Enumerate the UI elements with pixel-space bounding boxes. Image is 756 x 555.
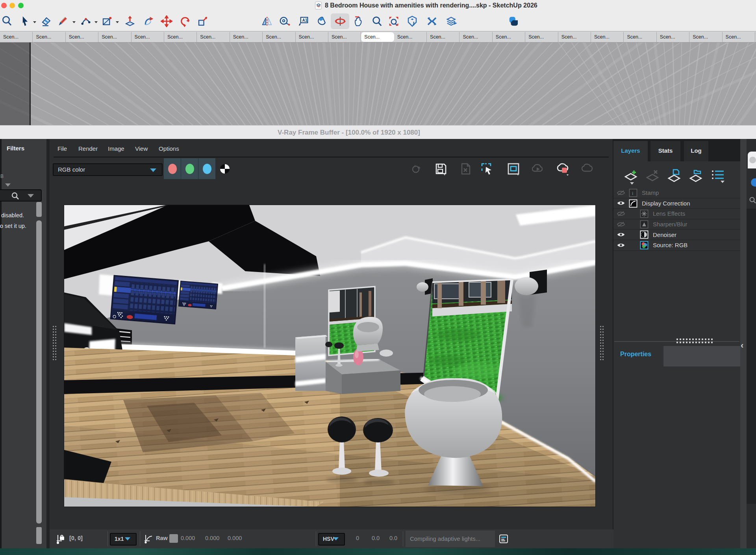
select-tool[interactable] — [19, 15, 32, 28]
arc-caret-icon[interactable] — [94, 21, 98, 23]
position-camera-tool[interactable] — [406, 15, 419, 28]
arc-tool[interactable] — [80, 15, 92, 28]
asset-editor-button[interactable] — [749, 157, 756, 163]
menu-view[interactable]: View — [135, 145, 148, 152]
pin-lock-icon[interactable] — [56, 534, 65, 544]
menu-file[interactable]: File — [57, 145, 67, 152]
sketchup-viewport[interactable] — [0, 43, 756, 125]
scene-tab[interactable]: Scen... — [657, 32, 689, 42]
save-image-button[interactable] — [433, 160, 449, 178]
visibility-icon[interactable] — [617, 242, 625, 248]
lightmix-icon[interactable] — [409, 160, 424, 178]
asset-editor-icon[interactable] — [751, 178, 756, 187]
filters-scroll-thumb[interactable] — [36, 202, 42, 217]
scene-tab[interactable]: Scen... — [689, 32, 722, 42]
filters-search-input[interactable] — [0, 189, 42, 202]
visibility-icon[interactable] — [617, 190, 625, 196]
scene-tab[interactable]: Scen... — [361, 32, 394, 42]
layer-row-lens-effects[interactable]: Lens Effects — [613, 209, 740, 219]
scene-tab[interactable]: Scen... — [624, 32, 656, 42]
visibility-icon[interactable] — [617, 200, 625, 206]
render-stop-button[interactable] — [555, 160, 571, 178]
green-channel-button[interactable] — [181, 158, 198, 179]
text-tool[interactable]: A1 — [297, 15, 309, 28]
filters-scrollbar[interactable] — [36, 220, 42, 524]
visibility-icon[interactable] — [617, 231, 625, 238]
mono-channel-button[interactable] — [217, 160, 233, 178]
filters-caret-icon[interactable] — [5, 183, 11, 187]
rotate-tool[interactable] — [179, 15, 191, 28]
tab-layers[interactable]: Layers — [613, 141, 648, 161]
layer-row-denoiser[interactable]: Denoiser — [613, 229, 740, 240]
scene-tab[interactable]: Scen... — [525, 32, 558, 42]
scene-tab[interactable]: Scen... — [164, 32, 197, 42]
eraser-tool[interactable] — [40, 15, 53, 28]
scene-tab[interactable]: Scen... — [0, 32, 33, 42]
scene-tab[interactable]: Scen... — [132, 32, 164, 42]
raw-checkbox[interactable] — [169, 534, 178, 543]
pencil-caret-icon[interactable] — [72, 21, 76, 23]
scene-tab[interactable]: Scen... — [723, 32, 755, 42]
curve-adjust-icon[interactable] — [144, 534, 154, 544]
pixel-ratio-dropdown[interactable]: 1x1 — [110, 533, 137, 546]
blue-channel-button[interactable] — [198, 158, 215, 179]
close-button[interactable] — [1, 3, 7, 8]
layer-row-display-correction[interactable]: Display Correction — [613, 198, 740, 209]
color-mode-dropdown[interactable]: HSV — [318, 533, 345, 546]
scene-tab[interactable]: Scen... — [98, 32, 131, 42]
left-grip[interactable] — [53, 326, 56, 361]
render-canvas[interactable] — [64, 205, 595, 507]
region-frame-button[interactable] — [506, 160, 521, 178]
menu-image[interactable]: Image — [108, 145, 124, 152]
flip-tool[interactable] — [261, 15, 273, 28]
layer-row-source-rgb[interactable]: Source: RGB — [613, 240, 740, 251]
log-toggle-icon[interactable] — [499, 534, 508, 544]
scene-tab[interactable]: Scen... — [296, 32, 328, 42]
visibility-icon[interactable] — [617, 221, 625, 228]
zoom-button[interactable] — [18, 3, 24, 8]
rectangle-caret-icon[interactable] — [116, 21, 119, 23]
scene-tab[interactable]: Scen... — [230, 32, 263, 42]
search-tool[interactable] — [1, 15, 13, 28]
orbit-tool[interactable] — [334, 15, 346, 28]
dock-grip[interactable] — [676, 339, 713, 344]
select-caret-icon[interactable] — [33, 21, 36, 23]
tape-measure-tool[interactable] — [278, 15, 291, 28]
collapse-chevron-icon[interactable]: ‹ — [741, 340, 743, 351]
minimize-button[interactable] — [9, 3, 15, 8]
paint-bucket-tool[interactable] — [315, 15, 328, 28]
scene-tab[interactable]: Scen... — [460, 32, 492, 42]
red-channel-button[interactable] — [164, 158, 181, 179]
load-layers-button[interactable] — [687, 167, 704, 183]
walk-tool[interactable] — [426, 15, 438, 28]
layer-row-sharpen-blur[interactable]: Sharpen/Blur — [613, 219, 740, 230]
search-caret-icon[interactable] — [28, 194, 34, 198]
add-layer-button[interactable] — [622, 167, 639, 183]
scene-tab[interactable]: Scen... — [394, 32, 427, 42]
render-button[interactable] — [579, 160, 595, 178]
zoom-tool[interactable] — [371, 15, 383, 28]
scene-tab[interactable]: Scen... — [493, 32, 525, 42]
scenes-tool[interactable] — [445, 15, 458, 28]
properties-box[interactable] — [663, 346, 740, 366]
tab-log[interactable]: Log — [684, 141, 708, 161]
menu-render[interactable]: Render — [78, 145, 98, 152]
scene-tab[interactable]: Scen... — [591, 32, 624, 42]
vfb-titlebar[interactable]: V-Ray Frame Buffer - [100.0% of 1920 x 1… — [0, 125, 756, 139]
scene-tab[interactable]: Scen... — [66, 32, 98, 42]
scene-tab[interactable]: Scen... — [197, 32, 230, 42]
layer-row-stamp[interactable]: i Stamp — [613, 188, 740, 198]
right-grip[interactable] — [600, 326, 604, 361]
scene-tab[interactable]: Scen... — [263, 32, 295, 42]
zoom-extents-tool[interactable] — [387, 15, 400, 28]
pan-tool[interactable] — [352, 15, 365, 28]
scene-tab[interactable]: Scen... — [33, 32, 65, 42]
move-tool[interactable] — [160, 15, 173, 28]
follow-me-tool[interactable] — [143, 15, 155, 28]
tab-stats[interactable]: Stats — [650, 141, 680, 161]
pencil-tool[interactable] — [57, 15, 69, 28]
rectangle-tool[interactable] — [101, 15, 113, 28]
chat-tool[interactable] — [508, 15, 520, 28]
scene-tab[interactable]: Scen... — [558, 32, 591, 42]
save-layers-button[interactable] — [665, 167, 683, 183]
